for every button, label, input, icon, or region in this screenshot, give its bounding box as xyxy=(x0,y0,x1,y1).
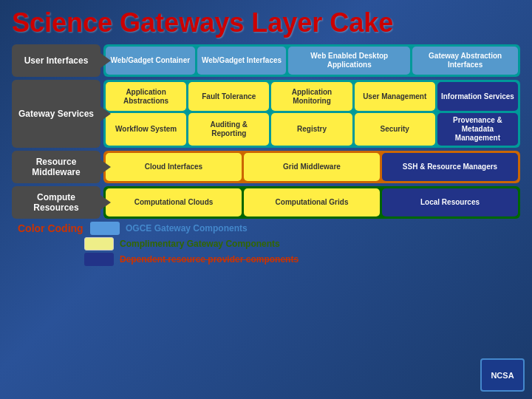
user-interfaces-band: Web/Gadget Container Web/Gadget Interfac… xyxy=(103,44,520,77)
cell-auditing-reporting: Auditing & Reporting xyxy=(188,113,269,146)
color-coding-label: Color Coding xyxy=(18,222,84,234)
cc-swatch-blue xyxy=(90,222,120,235)
cc-text-dependent: Dependent resource provider components xyxy=(120,254,299,265)
gateway-services-row: Gateway Services Application Abstraction… xyxy=(12,80,520,148)
resource-middleware-row: Resource Middleware Cloud Interfaces Gri… xyxy=(12,151,520,183)
color-coding-section: Color Coding OGCE Gateway Components Com… xyxy=(12,222,520,266)
cc-swatch-yellow xyxy=(84,237,114,250)
resource-middleware-label: Resource Middleware xyxy=(12,151,100,183)
user-interfaces-row: User Interfaces Web/Gadget Container Web… xyxy=(12,44,520,77)
cc-text-ogce: OGCE Gateway Components xyxy=(126,223,248,233)
cell-web-enabled: Web Enabled Desktop Applications xyxy=(288,47,410,75)
slide: Science Gateways Layer Cake User Interfa… xyxy=(0,0,532,399)
cell-information-services: Information Services xyxy=(437,82,518,111)
cell-registry: Registry xyxy=(271,113,352,146)
compute-resources-row: Compute Resources Computational Clouds C… xyxy=(12,186,520,219)
compute-resources-label: Compute Resources xyxy=(12,186,100,219)
cell-gateway-abstraction: Gateway Abstraction Interfaces xyxy=(412,47,518,75)
cell-grid-middleware: Grid Middleware xyxy=(244,153,380,181)
cc-swatch-darkblue xyxy=(84,253,114,266)
cc-text-complementary: Complimentary Gateway Components xyxy=(120,239,280,249)
gateway-services-label: Gateway Services xyxy=(12,80,100,148)
cell-cloud-interfaces: Cloud Interfaces xyxy=(106,153,242,181)
cell-web-gadget-container: Web/Gadget Container xyxy=(106,47,195,75)
cell-web-gadget-interfaces: Web/Gadget Interfaces xyxy=(197,47,287,75)
ncsa-logo: NCSA xyxy=(480,358,525,392)
gateway-services-band: Application Abstractions Fault Tolerance… xyxy=(103,80,520,148)
cell-app-monitoring: Application Monitoring xyxy=(271,82,352,111)
cell-fault-tolerance: Fault Tolerance xyxy=(188,82,269,111)
compute-resources-band: Computational Clouds Computational Grids… xyxy=(103,186,520,219)
cell-computational-grids: Computational Grids xyxy=(244,188,380,216)
cell-ssh-resource-managers: SSH & Resource Managers xyxy=(382,153,518,181)
color-coding-row-3: Dependent resource provider components xyxy=(84,253,520,266)
gateway-subrow-2: Workflow System Auditing & Reporting Reg… xyxy=(106,113,518,146)
cell-security: Security xyxy=(355,113,435,146)
cell-provenance: Provenance & Metadata Management xyxy=(437,113,518,146)
cell-app-abstractions: Application Abstractions xyxy=(106,82,186,111)
color-coding-row-2: Complimentary Gateway Components xyxy=(84,237,520,250)
color-coding-header-row: Color Coding OGCE Gateway Components xyxy=(18,222,520,235)
slide-title: Science Gateways Layer Cake xyxy=(12,7,520,38)
cell-computational-clouds: Computational Clouds xyxy=(106,188,242,216)
resource-middleware-band: Cloud Interfaces Grid Middleware SSH & R… xyxy=(103,151,520,183)
cell-workflow-system: Workflow System xyxy=(106,113,186,146)
user-interfaces-label: User Interfaces xyxy=(12,44,100,77)
cell-user-management: User Management xyxy=(355,82,435,111)
cell-local-resources: Local Resources xyxy=(382,188,518,216)
gateway-subrow-1: Application Abstractions Fault Tolerance… xyxy=(106,82,518,111)
